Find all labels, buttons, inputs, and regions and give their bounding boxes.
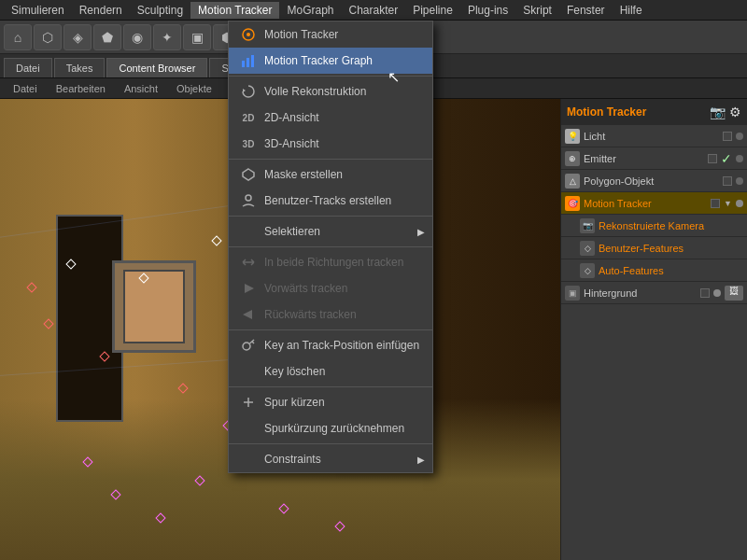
dropdown-container: Motion Tracker Motion Tracker Graph Voll…	[228, 21, 433, 473]
svg-line-14	[252, 342, 254, 343]
menu-pipeline[interactable]: Pipeline	[405, 2, 460, 19]
constraints-arrow: ▶	[417, 455, 425, 465]
panel-row-motion-tracker[interactable]: 🎯 Motion Tracker ▼	[561, 192, 747, 215]
panel-label-motion: Motion Tracker	[584, 198, 707, 209]
svg-rect-5	[247, 58, 249, 67]
panel-row-hintergrund[interactable]: ▣ Hintergrund 🖼	[561, 282, 747, 304]
tab2-datei[interactable]: Datei	[4, 81, 47, 96]
menu-item-key-loeschen[interactable]: Key löschen	[229, 358, 432, 385]
toolbar-btn-6[interactable]: ✦	[153, 24, 181, 50]
menu-simulieren[interactable]: Simulieren	[4, 2, 72, 19]
menu-label-key-einfuegen: Key an Track-Position einfügen	[264, 339, 419, 352]
svg-point-9	[246, 195, 251, 201]
menu-icon-spurkuerzung-zurueck	[240, 420, 257, 437]
panel-row-kamera[interactable]: 📷 Rekonstruierte Kamera	[561, 215, 747, 237]
menu-icon-spur-kuerzen	[240, 394, 257, 411]
tab-takes[interactable]: Takes	[54, 58, 106, 77]
panel-row-auto[interactable]: ◇ Auto-Features	[561, 259, 747, 282]
menu-icon-maske	[240, 166, 257, 183]
separator-4	[229, 246, 432, 247]
menu-item-volle-rekonstruktion[interactable]: Volle Rekonstruktion	[229, 78, 432, 105]
menu-plugins[interactable]: Plug-ins	[460, 2, 515, 19]
menu-item-beide-richtungen: In beide Richtungen tracken	[229, 249, 432, 275]
menu-item-motion-tracker[interactable]: Motion Tracker	[229, 21, 432, 48]
menu-label-selektieren: Selektieren	[264, 225, 320, 238]
panel-row-emitter[interactable]: ⊕ Emitter ✓	[561, 147, 747, 170]
svg-point-12	[243, 343, 250, 350]
tab2-objekte[interactable]: Objekte	[167, 81, 221, 96]
panel-check-emitter: ✓	[721, 151, 732, 166]
panel-row-polygon[interactable]: △ Polygon-Objekt	[561, 170, 747, 192]
menu-item-key-einfuegen[interactable]: Key an Track-Position einfügen	[229, 332, 432, 358]
separator-7	[229, 443, 432, 444]
panel-label-kamera: Rekonstruierte Kamera	[599, 220, 743, 231]
tab2-bearbeiten[interactable]: Bearbeiten	[47, 81, 115, 96]
menu-item-maske[interactable]: Maske erstellen	[229, 161, 432, 188]
panel-checkbox-licht[interactable]	[723, 132, 732, 141]
panel-row-licht[interactable]: 💡 Licht	[561, 125, 747, 147]
svg-rect-6	[251, 55, 254, 67]
menu-item-spurkuerzung-zurueck[interactable]: Spurkürzung zurücknehmen	[229, 415, 432, 441]
menu-item-2d-ansicht[interactable]: 2D 2D-Ansicht	[229, 105, 432, 131]
menu-item-motion-tracker-graph[interactable]: Motion Tracker Graph	[229, 48, 432, 74]
separator-2	[229, 159, 432, 160]
tab-datei[interactable]: Datei	[4, 58, 52, 77]
panel-icon-auto: ◇	[580, 263, 595, 278]
menu-sculpting[interactable]: Sculpting	[130, 2, 190, 19]
panel-checkbox-emitter[interactable]	[708, 154, 717, 163]
menu-item-constraints[interactable]: Constraints ▶	[229, 446, 432, 472]
menu-motion-tracker[interactable]: Motion Tracker	[190, 2, 279, 19]
menu-icon-key-loeschen	[240, 363, 257, 380]
tab2-ansicht[interactable]: Ansicht	[115, 81, 167, 96]
svg-rect-4	[242, 61, 245, 67]
svg-point-3	[247, 33, 250, 36]
menu-mograph[interactable]: MoGraph	[279, 2, 341, 19]
panel-img-hintergrund[interactable]: 🖼	[725, 286, 743, 301]
menu-item-benutzer-tracks[interactable]: Benutzer-Tracks erstellen	[229, 188, 432, 214]
menu-item-spur-kuerzen[interactable]: Spur kürzen	[229, 389, 432, 415]
menu-label-rueckwaerts: Rückwärts tracken	[264, 308, 357, 321]
menu-skript[interactable]: Skript	[515, 2, 559, 19]
selektieren-arrow: ▶	[417, 227, 425, 237]
panel-dot-motion	[736, 200, 743, 207]
menu-icon-rueckwaerts	[240, 306, 257, 323]
panel-label-hintergrund: Hintergrund	[584, 287, 697, 299]
panel-expand-motion[interactable]: ▼	[724, 199, 732, 208]
toolbar-btn-4[interactable]: ⬟	[93, 24, 121, 50]
panel-icon-motion: 🎯	[565, 196, 580, 211]
panel-label-emitter: Emitter	[584, 153, 704, 164]
toolbar-btn-7[interactable]: ▣	[183, 24, 211, 50]
menu-charakter[interactable]: Charakter	[342, 2, 406, 19]
toolbar-btn-3[interactable]: ◈	[63, 24, 92, 50]
menu-label-3d-ansicht: 3D-Ansicht	[264, 137, 319, 150]
menu-item-3d-ansicht[interactable]: 3D 3D-Ansicht	[229, 131, 432, 157]
panel-dot-hintergrund	[713, 289, 721, 297]
panel-icon-gear[interactable]: ⚙	[729, 105, 741, 119]
panel-checkbox-motion[interactable]	[711, 199, 720, 208]
menu-label-beide-richtungen: In beide Richtungen tracken	[264, 256, 403, 269]
menu-label-spur-kuerzen: Spur kürzen	[264, 396, 325, 409]
menu-icon-volle-rekonstruktion	[240, 83, 257, 100]
panel-row-benutzer[interactable]: ◇ Benutzer-Features	[561, 237, 747, 259]
panel-icon-polygon: △	[565, 174, 580, 189]
menu-icon-motion-tracker	[240, 26, 257, 43]
menu-item-selektieren[interactable]: Selektieren ▶	[229, 218, 432, 245]
panel-icon-camera[interactable]: 📷	[710, 105, 726, 119]
menu-hilfe[interactable]: Hilfe	[613, 2, 650, 19]
toolbar-btn-2[interactable]: ⬡	[34, 24, 62, 50]
toolbar-btn-1[interactable]: ⌂	[4, 24, 32, 50]
menu-fenster[interactable]: Fenster	[559, 2, 613, 19]
separator-6	[229, 386, 432, 387]
panel-label-licht: Licht	[584, 131, 719, 142]
panel-checkbox-polygon[interactable]	[723, 176, 732, 186]
menu-icon-3d-ansicht: 3D	[240, 135, 257, 152]
panel-label-polygon: Polygon-Objekt	[584, 175, 719, 187]
panel-checkbox-hintergrund[interactable]	[700, 288, 710, 298]
separator-1	[229, 76, 432, 77]
menu-rendern[interactable]: Rendern	[72, 2, 130, 19]
tab-content-browser[interactable]: Content Browser	[106, 58, 207, 77]
svg-marker-10	[245, 284, 254, 293]
menu-icon-beide-richtungen	[240, 254, 257, 271]
toolbar-btn-5[interactable]: ◉	[123, 24, 151, 50]
menu-label-2d-ansicht: 2D-Ansicht	[264, 111, 319, 124]
